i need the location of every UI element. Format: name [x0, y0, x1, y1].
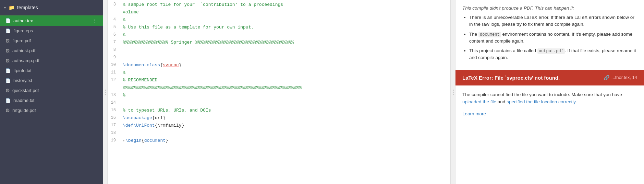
sidebar-item-label: figure.eps	[13, 28, 97, 33]
error-location: ...thor.tex, 14	[611, 75, 637, 80]
divider-dot	[453, 90, 454, 91]
code-line: 18	[108, 130, 450, 137]
line-number: 9	[108, 54, 120, 61]
line-content: \def\UrlFont{\rmfamily}	[120, 122, 450, 129]
line-number: 7	[108, 39, 120, 46]
sidebar-item-label: authinst.pdf	[12, 48, 97, 53]
code-line: 11 %	[108, 69, 450, 77]
error-meta: 🔗 ...thor.tex, 14	[604, 75, 637, 80]
line-content: % Use this file as a template for your o…	[120, 24, 450, 31]
code-line: 7 %%%%%%%%%%%%%%%%% Springer %%%%%%%%%%%…	[108, 39, 450, 47]
line-number: 18	[108, 130, 120, 136]
image-pdf-icon: 🖼	[5, 88, 10, 93]
sidebar-item-authsamp-pdf[interactable]: 🖼 authsamp.pdf	[0, 56, 103, 66]
image-pdf-icon: 🖼	[5, 38, 10, 43]
file-tex-icon: 📄	[5, 18, 11, 23]
code-line: 17 \def\UrlFont{\rmfamily}	[108, 122, 450, 130]
more-icon[interactable]: ⋮	[93, 18, 97, 23]
line-number: 15	[108, 107, 120, 114]
line-number: 19	[108, 137, 120, 144]
sidebar-title: templates	[17, 5, 38, 10]
line-content: %	[120, 92, 450, 99]
sidebar-item-figure-eps[interactable]: 📄 figure.eps	[0, 26, 103, 36]
code-editor: 3 % sample root file for your `contribut…	[108, 0, 451, 184]
divider-dot	[453, 92, 454, 93]
line-content: % to typeset URLs, URIs, and DOIs	[120, 107, 450, 114]
line-content: %%%%%%%%%%%%%%%%% Springer %%%%%%%%%%%%%…	[120, 39, 450, 46]
sidebar-item-figure-pdf[interactable]: 🖼 figure.pdf	[0, 36, 103, 46]
line-content: %	[120, 32, 450, 39]
code-line: 5 % Use this file as a template for your…	[108, 24, 450, 32]
code-line: 8	[108, 47, 450, 54]
uploaded-file-link[interactable]: uploaded the file	[462, 99, 496, 104]
sidebar-item-label: authsamp.pdf	[12, 58, 97, 63]
line-content: ▾\begin{document}	[120, 137, 450, 145]
file-txt-icon: 📄	[5, 78, 11, 83]
sidebar-item-readme-txt[interactable]: 📄 readme.txt	[0, 95, 103, 105]
line-number: 12	[108, 77, 120, 83]
sidebar-item-quickstart-pdf[interactable]: 🖼 quickstart.pdf	[0, 85, 103, 95]
sidebar: ▾ 📁 templates 📄 author.tex ⋮ 📄 figure.ep…	[0, 0, 103, 184]
line-number: 8	[108, 47, 120, 53]
code-line: 16 \usepackage{url}	[108, 115, 450, 122]
code-inline-output-pdf: output.pdf	[537, 48, 565, 54]
divider-dot	[105, 94, 106, 95]
code-line: 9	[108, 54, 450, 62]
sidebar-item-refguide-pdf[interactable]: 🖼 refguide.pdf	[0, 105, 103, 115]
sidebar-item-ftpinfo-txt[interactable]: 📄 ftpinfo.txt	[0, 66, 103, 76]
file-eps-icon: 📄	[5, 28, 11, 33]
image-pdf-icon: 🖼	[5, 108, 10, 113]
line-number: 14	[108, 100, 120, 106]
collapse-button[interactable]: ▾	[123, 139, 125, 143]
error-description: The compiler cannot find the file you wa…	[462, 91, 637, 106]
sidebar-item-label: refguide.pdf	[12, 108, 97, 113]
left-divider[interactable]	[103, 0, 108, 184]
learn-more-link[interactable]: Learn more	[455, 111, 644, 122]
image-pdf-icon: 🖼	[5, 48, 10, 53]
code-area[interactable]: 3 % sample root file for your `contribut…	[108, 0, 450, 184]
error-detail: The compiler cannot find the file you wa…	[455, 85, 644, 111]
line-content: %%%%%%%%%%%%%%%%%%%%%%%%%%%%%%%%%%%%%%%%…	[120, 84, 450, 92]
code-line: 6 %	[108, 32, 450, 39]
line-number: 5	[108, 24, 120, 31]
link-icon: 🔗	[604, 75, 609, 80]
bullet-item: The document environment contains no con…	[469, 31, 637, 45]
image-pdf-icon: 🖼	[5, 58, 10, 63]
code-line: 14	[108, 100, 450, 107]
line-content: \documentclass{svproc}	[120, 62, 450, 69]
line-number: 17	[108, 122, 120, 129]
line-content: %	[120, 69, 450, 77]
sidebar-item-author-tex[interactable]: 📄 author.tex ⋮	[0, 15, 103, 26]
code-line: volume	[108, 9, 450, 16]
line-content: % sample root file for your `contributio…	[120, 1, 450, 9]
divider-dots	[105, 90, 106, 95]
code-line: 19 ▾\begin{document}	[108, 137, 450, 145]
sidebar-item-label: readme.txt	[13, 98, 97, 103]
code-line: 3 % sample root file for your `contribut…	[108, 1, 450, 9]
line-number: 10	[108, 62, 120, 68]
sidebar-item-history-txt[interactable]: 📄 history.txt	[0, 76, 103, 85]
line-number: 13	[108, 92, 120, 99]
code-line: 12 % RECOMMENDED	[108, 77, 450, 84]
bullet-list: There is an unrecoverable LaTeX error. I…	[462, 14, 637, 61]
info-section: This compile didn't produce a PDF. This …	[455, 0, 644, 70]
folder-icon: 📁	[9, 5, 14, 10]
right-divider[interactable]	[451, 0, 455, 184]
sidebar-item-authinst-pdf[interactable]: 🖼 authinst.pdf	[0, 46, 103, 56]
line-number: 4	[108, 16, 120, 23]
error-title: LaTeX Error: File `svproc.cls' not found…	[462, 75, 604, 81]
code-inline-document: document	[478, 32, 501, 37]
divider-dots	[453, 90, 454, 95]
sidebar-item-label: figure.pdf	[12, 38, 97, 43]
line-content: volume	[120, 9, 450, 16]
line-number: 3	[108, 1, 120, 8]
file-location-link[interactable]: specified the file location correctly	[507, 99, 575, 104]
bullet-item: This project contains a file called outp…	[469, 47, 637, 61]
divider-dot	[105, 92, 106, 93]
code-line: 10 \documentclass{svproc}	[108, 62, 450, 69]
right-panel: This compile didn't produce a PDF. This …	[455, 0, 644, 184]
divider-dot	[105, 90, 106, 91]
divider-dot	[453, 94, 454, 95]
line-content: %	[120, 16, 450, 24]
line-number: 11	[108, 69, 120, 76]
